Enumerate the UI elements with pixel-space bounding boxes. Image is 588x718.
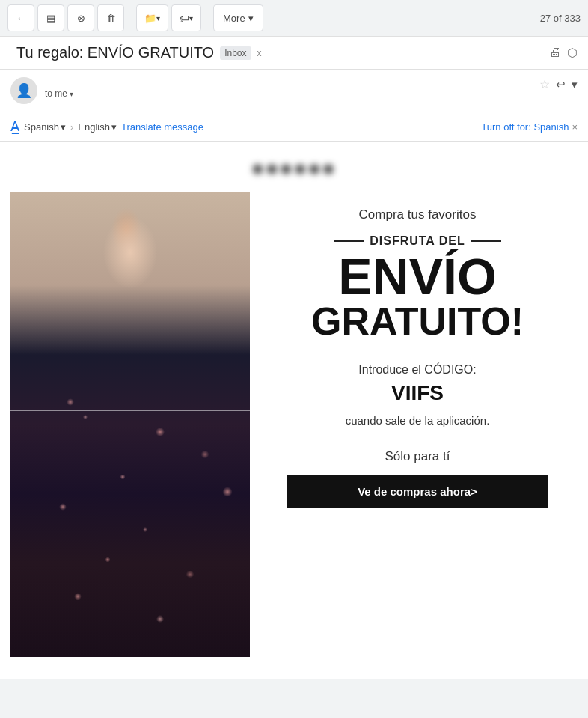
- to-me-dropdown-button[interactable]: ▾: [70, 90, 73, 98]
- disfruta-line-left: [334, 240, 364, 242]
- disfruta-text: DISFRUTA DEL: [370, 234, 465, 248]
- envio-headline: ENVÍO: [338, 251, 497, 302]
- tag-button[interactable]: 🏷 ▾: [171, 4, 201, 31]
- codigo-description: cuando sale de la aplicación.: [346, 414, 490, 427]
- promo-subtitle: Compra tus favoritos: [359, 207, 477, 222]
- email-date: [501, 79, 533, 90]
- email-body: ●●●●●● Compra tus favoritos DISFRUTA DEL…: [0, 142, 588, 679]
- folder-icon: 📁: [144, 13, 156, 24]
- more-button[interactable]: More ▾: [213, 4, 263, 31]
- translate-icon: A̲: [10, 118, 19, 135]
- from-language-button[interactable]: Spanish ▾: [24, 121, 66, 133]
- toolbar: ← ▤ ⊗ 🗑 📁 ▾ 🏷 ▾ More ▾ 27 of 333: [0, 0, 588, 37]
- avatar-icon: 👤: [16, 82, 32, 99]
- sender-email: [103, 78, 146, 88]
- gratuito-headline: GRATUITO!: [311, 302, 524, 341]
- promo-content: Compra tus favoritos DISFRUTA DEL ENVÍO …: [250, 192, 578, 657]
- trash-button[interactable]: 🗑: [97, 4, 124, 31]
- print-icon[interactable]: 🖨: [549, 46, 561, 60]
- email-subject-title: Tu regalo: ENVÍO GRATUITO: [16, 44, 214, 61]
- trash-icon: 🗑: [106, 13, 116, 24]
- spam-icon: ⊗: [77, 13, 85, 24]
- brand-logo-text: ●●●●●●: [251, 156, 336, 180]
- model-image: [10, 192, 250, 657]
- sender-more-button[interactable]: ▾: [572, 78, 578, 91]
- to-me-label: to me ▾: [45, 88, 494, 99]
- turn-off-close-icon[interactable]: ×: [572, 121, 578, 133]
- subject-bar: Tu regalo: ENVÍO GRATUITO Inbox x 🖨 ⬡: [0, 37, 588, 70]
- inbox-badge: Inbox: [220, 46, 251, 60]
- sender-bar: 👤 to me ▾ ☆ ↩ ▾: [0, 70, 588, 112]
- translate-message-button[interactable]: Translate message: [121, 121, 203, 133]
- tag-icon: 🏷: [180, 13, 189, 24]
- folder-button[interactable]: 📁 ▾: [136, 4, 168, 31]
- subject-actions: 🖨 ⬡: [549, 46, 578, 60]
- turn-off-label: Turn off for: Spanish: [481, 121, 569, 133]
- reply-button[interactable]: ↩: [556, 78, 566, 91]
- spam-button[interactable]: ⊗: [67, 4, 94, 31]
- inbox-close-button[interactable]: x: [257, 48, 262, 58]
- to-language-label: English: [78, 121, 110, 133]
- codigo-label: Introduce el CÓDIGO:: [358, 363, 476, 377]
- codigo-value: VIIFS: [391, 381, 444, 405]
- sender-meta: ☆ ↩ ▾: [501, 77, 578, 91]
- solo-para-ti-label: Sólo para tí: [385, 449, 450, 464]
- tag-chevron-icon: ▾: [189, 14, 193, 22]
- avatar: 👤: [10, 77, 37, 104]
- disfruta-row: DISFRUTA DEL: [272, 234, 563, 248]
- from-language-chevron-icon: ▾: [61, 121, 66, 133]
- back-button[interactable]: ←: [7, 4, 34, 31]
- to-language-button[interactable]: English ▾: [78, 121, 117, 133]
- turn-off-translation-button[interactable]: Turn off for: Spanish ×: [481, 121, 578, 133]
- disfruta-line-right: [471, 240, 501, 242]
- translate-bar: A̲ Spanish ▾ › English ▾ Translate messa…: [0, 112, 588, 142]
- image-divider-1: [10, 410, 250, 411]
- image-divider-2: [10, 532, 250, 532]
- from-language-label: Spanish: [24, 121, 59, 133]
- cta-button[interactable]: Ve de compras ahora>: [287, 475, 548, 508]
- back-icon: ←: [16, 13, 26, 24]
- more-label: More: [223, 13, 245, 24]
- email-content-layout: Compra tus favoritos DISFRUTA DEL ENVÍO …: [10, 192, 578, 657]
- more-chevron-icon: ▾: [248, 13, 254, 24]
- translate-arrow-icon: ›: [70, 121, 73, 133]
- folder-chevron-icon: ▾: [156, 14, 160, 22]
- email-counter: 27 of 333: [540, 13, 581, 24]
- floral-overlay: [10, 192, 250, 657]
- sender-info: to me ▾: [45, 77, 494, 99]
- archive-button[interactable]: ▤: [37, 4, 64, 31]
- brand-logo-area: ●●●●●●: [10, 156, 578, 180]
- to-language-chevron-icon: ▾: [111, 121, 117, 133]
- star-button[interactable]: ☆: [539, 77, 550, 91]
- new-window-icon[interactable]: ⬡: [567, 46, 578, 60]
- sender-name: [45, 77, 99, 88]
- archive-icon: ▤: [46, 13, 55, 24]
- model-image-container: [10, 192, 250, 657]
